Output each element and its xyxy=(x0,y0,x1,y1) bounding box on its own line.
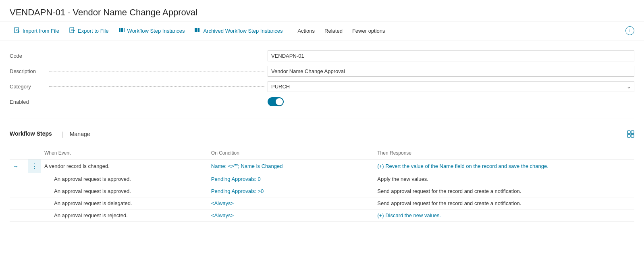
condition-link[interactable]: Name: <>""; Name is Changed xyxy=(211,163,283,169)
row-event-cell: An approval request is approved. xyxy=(41,185,208,197)
toolbar-separator xyxy=(290,25,290,36)
table-row: An approval request is approved.Pending … xyxy=(10,185,634,197)
row-drag-handle-cell[interactable]: ⋮ xyxy=(28,159,41,173)
workflow-steps-header: Workflow Steps | Manage xyxy=(0,124,644,142)
col-drag-header xyxy=(28,149,41,159)
row-arrow-icon: → xyxy=(13,163,19,170)
page-header: VENDAPN-01 · Vendor Name Change Approval xyxy=(0,0,644,21)
description-row: Description xyxy=(10,64,634,78)
description-label: Description xyxy=(10,68,46,74)
import-from-file-button[interactable]: Import from File xyxy=(10,24,63,38)
svg-rect-5 xyxy=(120,28,122,32)
export-label: Export to File xyxy=(78,28,109,34)
tab-separator: | xyxy=(58,131,66,138)
enabled-toggle-wrapper xyxy=(268,97,634,106)
code-input[interactable] xyxy=(268,50,634,61)
enabled-toggle[interactable] xyxy=(268,97,284,106)
category-row: Category PURCH ⌄ xyxy=(10,79,634,94)
table-row: An approval request is approved.Pending … xyxy=(10,173,634,185)
row-response-cell[interactable]: (+) Discard the new values. xyxy=(374,210,634,222)
svg-rect-6 xyxy=(122,28,123,32)
dotted-line-3 xyxy=(49,86,264,87)
row-response-cell: Send approval request for the record and… xyxy=(374,197,634,210)
table-row: An approval request is rejected.<Always>… xyxy=(10,210,634,222)
export-to-file-button[interactable]: Export to File xyxy=(65,24,113,38)
info-icon: i xyxy=(629,28,631,34)
row-event-cell: A vendor record is changed. xyxy=(41,159,208,173)
col-response-header: Then Response xyxy=(374,149,634,159)
condition-link[interactable]: Pending Approvals: 0 xyxy=(211,176,261,182)
workflow-table-body: →⋮A vendor record is changed.Name: <>"";… xyxy=(10,159,634,222)
expand-icon[interactable] xyxy=(627,130,634,139)
row-event-cell: An approval request is approved. xyxy=(41,173,208,185)
form-section: Code Description Category PURCH ⌄ xyxy=(0,40,644,114)
response-link[interactable]: (+) Revert the value of the Name field o… xyxy=(377,163,548,169)
row-drag-handle-cell[interactable] xyxy=(28,210,41,222)
row-condition-cell[interactable]: <Always> xyxy=(208,197,374,210)
row-drag-handle-cell[interactable] xyxy=(28,197,41,210)
response-link[interactable]: (+) Discard the new values. xyxy=(377,212,441,218)
svg-rect-13 xyxy=(631,131,634,134)
category-field: PURCH ⌄ xyxy=(268,81,634,92)
import-label: Import from File xyxy=(23,28,59,34)
actions-button[interactable]: Actions xyxy=(293,25,319,37)
svg-rect-11 xyxy=(199,28,200,32)
row-event-cell: An approval request is rejected. xyxy=(41,210,208,222)
section-divider xyxy=(10,119,634,119)
row-indent-cell xyxy=(22,185,28,197)
svg-rect-7 xyxy=(124,28,125,32)
row-condition-cell[interactable]: Name: <>""; Name is Changed xyxy=(208,159,374,173)
archived-workflow-step-instances-button[interactable]: Archived Workflow Step Instances xyxy=(190,24,287,38)
row-indent-cell xyxy=(22,197,28,210)
toggle-knob xyxy=(276,98,283,105)
condition-link[interactable]: <Always> xyxy=(211,200,234,206)
svg-rect-10 xyxy=(198,28,199,32)
dotted-line-4 xyxy=(49,102,264,102)
archived-label: Archived Workflow Step Instances xyxy=(203,28,283,34)
dotted-line xyxy=(49,56,264,56)
table-row: →⋮A vendor record is changed.Name: <>"";… xyxy=(10,159,634,173)
export-icon xyxy=(69,27,75,35)
row-condition-cell[interactable]: Pending Approvals: >0 xyxy=(208,185,374,197)
workflow-table: When Event On Condition Then Response →⋮… xyxy=(10,149,634,222)
category-label: Category xyxy=(10,84,46,90)
workflow-steps-tab[interactable]: Workflow Steps xyxy=(10,127,58,142)
row-arrow-cell xyxy=(10,185,22,197)
info-button[interactable]: i xyxy=(625,26,634,35)
enabled-label-container: Enabled xyxy=(10,99,268,105)
row-arrow-cell xyxy=(10,197,22,210)
table-section: When Event On Condition Then Response →⋮… xyxy=(0,142,644,222)
code-label-container: Code xyxy=(10,53,268,59)
row-drag-handle-cell[interactable] xyxy=(28,173,41,185)
row-response-cell[interactable]: (+) Revert the value of the Name field o… xyxy=(374,159,634,173)
import-icon xyxy=(14,27,20,35)
row-arrow-cell xyxy=(10,210,22,222)
row-arrow-cell: → xyxy=(10,159,22,173)
manage-tab[interactable]: Manage xyxy=(66,128,97,141)
related-button[interactable]: Related xyxy=(320,25,347,37)
description-input[interactable] xyxy=(268,66,634,77)
category-select[interactable]: PURCH xyxy=(268,81,634,92)
description-field xyxy=(268,66,634,77)
code-field xyxy=(268,50,634,61)
row-condition-cell[interactable]: <Always> xyxy=(208,210,374,222)
svg-rect-8 xyxy=(195,28,196,32)
dotted-line-2 xyxy=(49,71,264,71)
col-event-header: When Event xyxy=(41,149,208,159)
col-indent-header xyxy=(22,149,28,159)
row-condition-cell[interactable]: Pending Approvals: 0 xyxy=(208,173,374,185)
fewer-options-button[interactable]: Fewer options xyxy=(348,25,389,37)
drag-handle-icon[interactable]: ⋮ xyxy=(31,163,38,170)
related-label: Related xyxy=(324,28,343,34)
archived-icon xyxy=(194,27,201,35)
page-title: VENDAPN-01 · Vendor Name Change Approval xyxy=(10,7,634,18)
row-drag-handle-cell[interactable] xyxy=(28,185,41,197)
condition-link[interactable]: Pending Approvals: >0 xyxy=(211,188,264,194)
row-indent-cell xyxy=(22,210,28,222)
workflow-steps-icon xyxy=(118,27,125,35)
row-indent-cell xyxy=(22,173,28,185)
row-event-cell: An approval request is delegated. xyxy=(41,197,208,210)
condition-link[interactable]: <Always> xyxy=(211,212,234,218)
category-label-container: Category xyxy=(10,84,268,90)
workflow-step-instances-button[interactable]: Workflow Step Instances xyxy=(114,24,189,38)
